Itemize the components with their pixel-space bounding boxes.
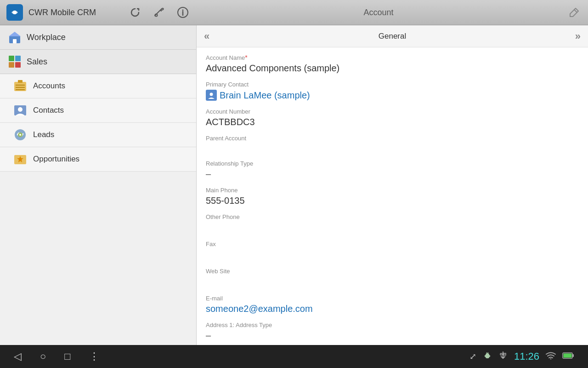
- workplace-icon: [7, 30, 22, 45]
- top-bar-right[interactable]: [560, 5, 588, 20]
- svg-rect-33: [504, 353, 506, 355]
- nav-next-button[interactable]: »: [575, 30, 581, 42]
- web-site-label: Web Site: [206, 268, 579, 275]
- relationship-type-label: Relationship Type: [206, 160, 579, 167]
- web-site-field: Web Site: [206, 268, 579, 288]
- accounts-label: Accounts: [33, 81, 65, 91]
- contacts-icon: [13, 103, 28, 118]
- parent-account-value: [206, 143, 579, 154]
- svg-point-34: [550, 358, 552, 359]
- content-nav: « General »: [197, 25, 588, 47]
- email-value[interactable]: someone2@example.com: [206, 303, 579, 315]
- svg-rect-13: [15, 62, 21, 68]
- relationship-type-value: –: [206, 168, 579, 180]
- sales-label: Sales: [27, 57, 47, 67]
- status-icons: ⤢ 11:26: [469, 351, 574, 362]
- main-phone-value: 555-0135: [206, 195, 579, 207]
- svg-rect-12: [9, 62, 14, 68]
- info-button[interactable]: [175, 5, 190, 20]
- nav-prev-button[interactable]: «: [204, 30, 209, 42]
- account-number-field: Account Number ACTBBDC3: [206, 108, 579, 128]
- account-number-value: ACTBBDC3: [206, 116, 579, 128]
- topbar-title: Account: [363, 8, 393, 17]
- top-bar-left: CWR Mobile CRM: [0, 4, 197, 21]
- main-phone-field: Main Phone 555-0135: [206, 187, 579, 207]
- back-button[interactable]: ◁: [14, 351, 22, 362]
- parent-account-field: Parent Account: [206, 135, 579, 154]
- time-display: 11:26: [514, 351, 539, 362]
- menu-button[interactable]: ⋮: [89, 351, 99, 362]
- svg-rect-37: [564, 353, 572, 357]
- svg-point-27: [210, 93, 213, 96]
- account-name-label: Account Name*: [206, 54, 579, 61]
- sidebar-workplace-header[interactable]: Workplace: [0, 25, 196, 50]
- tools-button[interactable]: [152, 5, 166, 20]
- other-phone-field: Other Phone: [206, 213, 579, 234]
- sidebar-item-contacts[interactable]: Contacts: [0, 98, 196, 123]
- main-layout: Workplace Sales: [0, 25, 588, 345]
- bottom-nav: ◁ ○ □ ⋮: [14, 351, 99, 362]
- sidebar-item-leads[interactable]: Leads: [0, 123, 196, 147]
- top-bar-icons: [128, 5, 190, 20]
- svg-rect-15: [18, 80, 23, 83]
- web-site-value: [206, 276, 579, 288]
- svg-rect-11: [15, 56, 21, 61]
- fax-value: [206, 248, 579, 261]
- home-button[interactable]: ○: [40, 351, 46, 362]
- contacts-label: Contacts: [33, 106, 64, 115]
- address-type-label: Address 1: Address Type: [206, 322, 579, 328]
- fax-label: Fax: [206, 241, 579, 247]
- svg-line-6: [574, 10, 577, 12]
- address-type-value: –: [206, 329, 579, 342]
- contact-icon: [206, 90, 217, 101]
- recents-button[interactable]: □: [64, 351, 70, 362]
- sales-icon: [7, 54, 22, 69]
- app-logo: [6, 4, 23, 21]
- svg-point-20: [18, 107, 23, 112]
- primary-contact-value[interactable]: Brain LaMee (sample): [206, 89, 579, 102]
- fax-field: Fax: [206, 241, 579, 261]
- svg-marker-8: [9, 32, 21, 36]
- svg-point-23: [19, 134, 21, 136]
- section-title: General: [379, 32, 406, 41]
- relationship-type-field: Relationship Type –: [206, 160, 579, 180]
- svg-rect-36: [572, 354, 574, 357]
- svg-point-32: [500, 353, 502, 355]
- app-title: CWR Mobile CRM: [28, 8, 96, 17]
- sidebar-sales-header[interactable]: Sales: [0, 50, 196, 74]
- workplace-label: Workplace: [27, 33, 66, 42]
- main-phone-label: Main Phone: [206, 187, 579, 194]
- content-scroll: Account Name* Advanced Components (sampl…: [197, 47, 588, 345]
- svg-rect-9: [13, 39, 17, 43]
- top-bar: CWR Mobile CRM: [0, 0, 588, 25]
- opportunities-icon: [13, 152, 28, 167]
- android-icon: [483, 351, 492, 362]
- other-phone-value: [206, 221, 579, 234]
- content-area: « General » Account Name* Advanced Compo…: [197, 25, 588, 345]
- primary-contact-label: Primary Contact: [206, 81, 579, 88]
- account-name-field: Account Name* Advanced Components (sampl…: [206, 54, 579, 75]
- sidebar-item-accounts[interactable]: Accounts: [0, 74, 196, 98]
- svg-rect-10: [9, 56, 14, 61]
- svg-rect-28: [485, 355, 486, 357]
- sidebar: Workplace Sales: [0, 25, 197, 345]
- address-type-field: Address 1: Address Type –: [206, 322, 579, 342]
- leads-label: Leads: [33, 130, 54, 139]
- email-label: E-mail: [206, 295, 579, 302]
- top-bar-center: Account: [197, 8, 560, 17]
- battery-icon: [562, 352, 574, 362]
- leads-icon: [13, 127, 28, 142]
- accounts-icon: [13, 79, 28, 93]
- svg-point-5: [182, 10, 184, 11]
- primary-contact-field: Primary Contact Brain LaMee (sample): [206, 81, 579, 102]
- refresh-button[interactable]: [128, 5, 142, 20]
- other-phone-label: Other Phone: [206, 213, 579, 220]
- parent-account-label: Parent Account: [206, 135, 579, 142]
- svg-point-1: [13, 11, 17, 14]
- svg-point-2: [155, 14, 158, 17]
- svg-rect-29: [489, 355, 490, 357]
- usb-icon: [498, 351, 508, 362]
- edit-button[interactable]: [567, 5, 582, 20]
- opportunities-label: Opportunities: [33, 155, 79, 164]
- sidebar-item-opportunities[interactable]: Opportunities: [0, 147, 196, 172]
